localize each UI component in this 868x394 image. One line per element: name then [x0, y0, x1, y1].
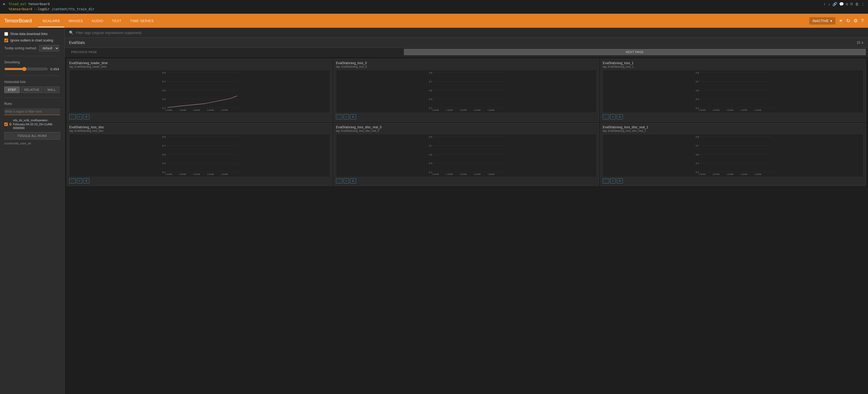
terminal-trash-icon[interactable]: 🗑 — [855, 2, 859, 6]
chart-title: EvalStats/avg_loss_disc_real_1 — [602, 125, 863, 129]
data-list-button[interactable]: ≡ — [610, 178, 616, 184]
inactive-button[interactable]: INACTIVE ▾ — [809, 17, 835, 25]
sidebar-display-section: Show data download links Ignore outliers… — [4, 32, 60, 56]
eval-section-header: EvalStats 15 ∧ — [65, 38, 868, 48]
tab-text[interactable]: TEXT — [108, 14, 126, 27]
svg-text:0.5: 0.5 — [696, 153, 699, 156]
svg-text:0.9: 0.9 — [696, 72, 699, 74]
chevron-up-icon[interactable]: ∧ — [861, 41, 864, 44]
svg-text:1.024M: 1.024M — [713, 109, 719, 112]
terminal-menu-icon[interactable]: ⋮ — [861, 2, 865, 6]
terminal-gear-icon[interactable]: ⚙ — [846, 2, 848, 6]
svg-text:0.5: 0.5 — [162, 89, 166, 92]
data-list-button[interactable]: ≡ — [77, 114, 82, 119]
search-icon: 🔍 — [69, 30, 73, 35]
terminal-up-icon[interactable]: ↑ — [824, 2, 826, 6]
svg-text:0.3: 0.3 — [162, 162, 166, 165]
data-list-button[interactable]: ≡ — [343, 178, 349, 184]
show-download-label: Show data download links — [10, 32, 48, 36]
svg-text:1.024M: 1.024M — [193, 173, 200, 176]
logo: TensorBoard — [4, 18, 32, 24]
svg-text:0.9: 0.9 — [696, 136, 699, 139]
svg-text:1.024M: 1.024M — [726, 109, 734, 112]
tab-time-series[interactable]: TIME SERIES — [126, 14, 158, 27]
expand-chart-button[interactable]: ⛶ — [336, 114, 342, 119]
svg-text:0.5: 0.5 — [162, 153, 166, 156]
terminal-link-icon[interactable]: 🔗 — [832, 2, 837, 6]
chart-settings-button[interactable]: ⚙ — [617, 178, 623, 184]
chart-area: 0.9 0.7 0.5 0.3 0.1 1.024M1.024M1.024M1.… — [602, 70, 863, 113]
chart-title: EvalStats/avg_loss_1 — [602, 61, 863, 65]
svg-text:0.5: 0.5 — [429, 89, 432, 92]
svg-text:1.024M: 1.024M — [699, 109, 706, 112]
svg-text:0.7: 0.7 — [162, 145, 166, 147]
tooltip-select[interactable]: default — [39, 45, 59, 52]
cmd-tensorboard-cmd: %tensorboard — [9, 7, 32, 11]
section-title: EvalStats — [69, 40, 85, 45]
tab-images[interactable]: IMAGES — [64, 14, 87, 27]
svg-text:1.024M: 1.024M — [432, 109, 439, 112]
filter-input[interactable] — [76, 31, 864, 35]
refresh-icon[interactable]: ↻ — [846, 18, 850, 24]
chart-settings-button[interactable]: ⚙ — [350, 178, 356, 184]
svg-text:1.024M: 1.024M — [754, 173, 761, 176]
chart-settings-button[interactable]: ⚙ — [350, 114, 356, 119]
toggle-all-button[interactable]: TOGGLE ALL RUNS — [4, 132, 60, 140]
expand-chart-button[interactable]: ⛶ — [69, 114, 76, 119]
ignore-outliers-checkbox[interactable] — [4, 38, 8, 42]
haxis-wall-button[interactable]: WALL — [44, 87, 60, 93]
svg-text:1.024M: 1.024M — [740, 109, 747, 112]
terminal-chat-icon[interactable]: 💬 — [839, 2, 844, 6]
terminal-bar: ▶ %load_ext tensorboard %tensorboard --l… — [0, 0, 868, 14]
data-list-button[interactable]: ≡ — [77, 178, 82, 184]
chart-actions: ⛶ ≡ ⚙ — [336, 178, 597, 184]
svg-text:1.024M: 1.024M — [446, 109, 453, 112]
runs-section: Runs vits_dv_vctk_multispeaker-February-… — [4, 102, 60, 149]
svg-text:0.9: 0.9 — [162, 136, 166, 139]
smoothing-section: Smoothing 0.454 — [4, 60, 60, 76]
terminal-actions: ↑ ↓ 🔗 💬 ⚙ ⧉ 🗑 ⋮ — [824, 2, 865, 6]
runs-filter-input[interactable] — [4, 108, 60, 115]
next-page-button[interactable]: NEXT PAGE — [404, 49, 866, 55]
cmd-load-ext: %load_ext — [9, 2, 28, 6]
haxis-buttons: STEP RELATIVE WALL — [4, 87, 60, 93]
help-icon[interactable]: ? — [861, 18, 864, 24]
svg-text:1.024M: 1.024M — [446, 173, 453, 176]
haxis-step-button[interactable]: STEP — [4, 87, 20, 93]
brightness-icon[interactable]: ☀ — [839, 18, 843, 24]
run-checkbox[interactable] — [4, 122, 8, 126]
smoothing-label: Smoothing — [4, 60, 60, 64]
terminal-down-icon[interactable]: ↓ — [828, 2, 830, 6]
run-item: vits_dv_vctk_multispeaker-February-04-20… — [4, 118, 60, 130]
svg-text:1.024M: 1.024M — [207, 173, 214, 176]
terminal-window-icon[interactable]: ⧉ — [850, 2, 853, 6]
terminal-line-1: %load_ext tensorboard — [9, 2, 822, 7]
svg-text:1.024M: 1.024M — [726, 173, 734, 176]
tooltip-label: Tooltip sorting method: — [4, 47, 37, 50]
smoothing-slider[interactable] — [4, 67, 48, 71]
smoothing-row: 0.454 — [4, 67, 60, 71]
chart-settings-button[interactable]: ⚙ — [83, 178, 89, 184]
data-list-button[interactable]: ≡ — [610, 114, 616, 119]
expand-chart-button[interactable]: ⛶ — [602, 114, 609, 119]
show-download-checkbox[interactable] — [4, 32, 8, 36]
svg-text:0.5: 0.5 — [429, 153, 432, 156]
play-icon: ▶ — [3, 2, 5, 6]
chart-card: EvalStats/avg_loss_disc_real_1 tag: Eval… — [600, 123, 866, 186]
prev-page-button[interactable]: PREVIOUS PAGE — [67, 49, 101, 55]
tab-audio[interactable]: AUDIO — [87, 14, 108, 27]
tab-scalars[interactable]: SCALARS — [38, 14, 64, 27]
haxis-relative-button[interactable]: RELATIVE — [21, 87, 43, 93]
chart-settings-button[interactable]: ⚙ — [83, 114, 89, 119]
chart-card: EvalStats/avg_loss_disc_real_0 tag: Eval… — [334, 123, 599, 186]
settings-icon[interactable]: ⚙ — [854, 18, 858, 24]
expand-chart-button[interactable]: ⛶ — [69, 178, 76, 184]
expand-chart-button[interactable]: ⛶ — [336, 178, 342, 184]
svg-text:0.7: 0.7 — [429, 145, 432, 147]
chart-settings-button[interactable]: ⚙ — [617, 114, 623, 119]
expand-chart-button[interactable]: ⛶ — [602, 178, 609, 184]
svg-text:0.3: 0.3 — [696, 98, 699, 100]
data-list-button[interactable]: ≡ — [343, 114, 349, 119]
svg-text:1.024M: 1.024M — [488, 109, 495, 112]
svg-text:1.024M: 1.024M — [179, 109, 186, 112]
